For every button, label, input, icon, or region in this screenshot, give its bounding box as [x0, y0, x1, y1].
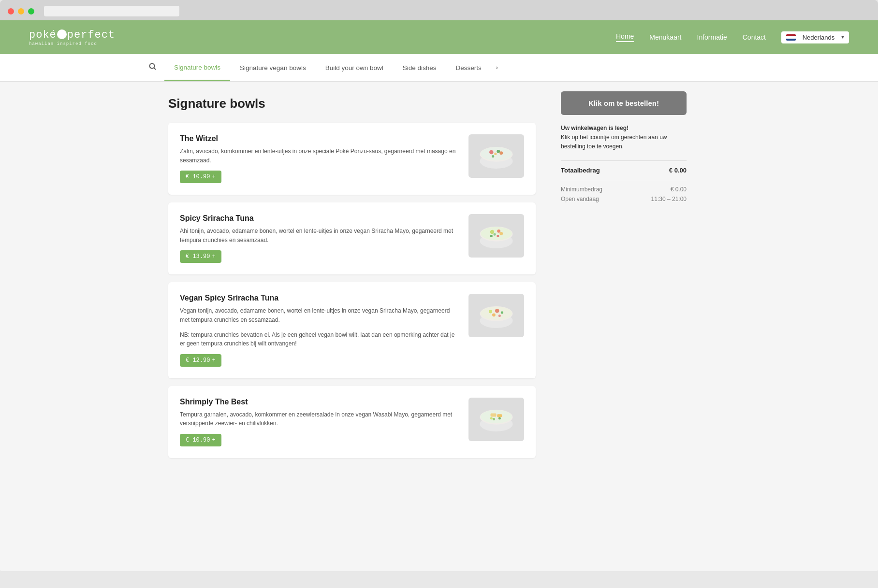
svg-point-6 — [497, 149, 500, 153]
browser-chrome — [0, 0, 878, 20]
dish-image-4 — [468, 398, 524, 441]
flag-nl — [786, 34, 796, 41]
tab-desserts[interactable]: Desserts — [446, 56, 491, 80]
svg-point-8 — [499, 151, 503, 155]
logo-area: poképerfect hawaiian inspired food — [29, 28, 115, 46]
total-value: € 0.00 — [669, 167, 687, 174]
svg-line-1 — [154, 68, 156, 70]
language-label: Nederlands — [803, 34, 835, 41]
minimum-value: € 0.00 — [671, 186, 687, 193]
address-bar[interactable] — [44, 6, 179, 16]
search-icon-wrap[interactable] — [149, 54, 164, 81]
nav-informatie[interactable]: Informatie — [697, 33, 727, 41]
dish-price-2: € 13.90 — [186, 253, 210, 260]
dish-price-4: € 10.90 — [186, 437, 210, 444]
svg-rect-31 — [497, 415, 502, 417]
dish-price-1: € 10.90 — [186, 173, 210, 180]
chevron-down-icon: ▼ — [841, 35, 844, 40]
svg-point-17 — [490, 235, 493, 237]
dish-plus-3: + — [212, 357, 215, 364]
language-selector[interactable]: Nederlands ▼ — [781, 31, 849, 43]
svg-point-14 — [497, 229, 500, 233]
content-wrapper: Signature bowls The Witzel Zalm, avocado… — [149, 82, 729, 480]
dish-desc-1: Zalm, avocado, komkommer en lente-uitjes… — [180, 147, 459, 165]
svg-point-12 — [481, 227, 512, 240]
traffic-light-yellow[interactable] — [18, 8, 24, 14]
dish-price-3: € 12.90 — [186, 357, 210, 364]
dish-name-4: Shrimply The Best — [180, 398, 459, 406]
total-row: Totaalbedrag € 0.00 — [561, 167, 687, 174]
dish-name-2: Spicy Sriracha Tuna — [180, 214, 459, 223]
bowl-illustration-1 — [476, 136, 517, 177]
dish-info-4: Shrimply The Best Tempura garnalen, avoc… — [180, 398, 468, 446]
traffic-light-green[interactable] — [28, 8, 34, 14]
svg-point-18 — [497, 235, 499, 237]
svg-point-21 — [481, 307, 512, 320]
dish-image-2 — [468, 214, 524, 258]
open-row: Open vandaag 11:30 – 21:00 — [561, 196, 687, 202]
dish-card-2: Spicy Sriracha Tuna Ahi tonijn, avocado,… — [168, 202, 536, 274]
tab-signature-vegan-bowls[interactable]: Signature vegan bowls — [230, 56, 316, 80]
nav-home[interactable]: Home — [616, 32, 634, 42]
sidebar: Klik om te bestellen! Uw winkelwagen is … — [561, 82, 687, 480]
svg-rect-30 — [491, 414, 497, 417]
logo-tagline: hawaiian inspired food — [29, 42, 97, 46]
svg-point-24 — [501, 311, 503, 314]
dish-price-btn-4[interactable]: € 10.90 + — [180, 434, 221, 446]
dish-info-1: The Witzel Zalm, avocado, komkommer en l… — [180, 134, 468, 183]
svg-point-22 — [489, 310, 492, 313]
dish-name-1: The Witzel — [180, 134, 459, 143]
section-title: Signature bowls — [168, 96, 536, 111]
dish-desc-4: Tempura garnalen, avocado, komkommer en … — [180, 410, 459, 428]
site-header: poképerfect hawaiian inspired food Home … — [0, 20, 878, 54]
page-wrapper: poképerfect hawaiian inspired food Home … — [0, 20, 878, 571]
svg-point-33 — [498, 417, 501, 420]
total-label: Totaalbedrag — [561, 167, 600, 174]
main-nav: Home Menukaart Informatie Contact Nederl… — [616, 31, 849, 43]
cart-empty-line2: Klik op het icoontje om gerechten aan uw… — [561, 134, 667, 150]
svg-point-32 — [493, 418, 495, 420]
dish-desc-3: Vegan tonijn, avocado, edamame bonen, wo… — [180, 306, 459, 324]
dish-plus-2: + — [212, 253, 215, 260]
tab-side-dishes[interactable]: Side dishes — [393, 56, 446, 80]
menu-tabs-bar: Signature bowls Signature vegan bowls Bu… — [0, 54, 878, 82]
svg-point-5 — [489, 150, 494, 154]
nav-menukaart[interactable]: Menukaart — [649, 33, 681, 41]
order-button[interactable]: Klik om te bestellen! — [561, 91, 687, 115]
svg-point-16 — [499, 232, 503, 235]
dish-image-1 — [468, 134, 524, 178]
logo[interactable]: poképerfect — [29, 28, 115, 41]
svg-point-25 — [492, 313, 496, 316]
svg-point-0 — [150, 64, 155, 69]
logo-text-after: perfect — [67, 29, 115, 41]
logo-circle — [57, 29, 67, 39]
cart-empty-line1: Uw winkelwagen is leeg! — [561, 125, 629, 131]
svg-point-7 — [494, 152, 497, 155]
logo-text-before: poké — [29, 29, 57, 41]
minimum-label: Minimumbedrag — [561, 186, 602, 193]
tab-more-icon[interactable]: › — [491, 56, 503, 80]
nav-contact[interactable]: Contact — [743, 33, 766, 41]
dish-price-btn-3[interactable]: € 12.90 + — [180, 354, 221, 367]
dish-price-btn-2[interactable]: € 13.90 + — [180, 250, 221, 263]
open-label: Open vandaag — [561, 196, 599, 202]
tab-signature-bowls[interactable]: Signature bowls — [164, 55, 230, 81]
search-icon — [149, 63, 157, 71]
svg-point-23 — [495, 309, 499, 313]
dish-info-2: Spicy Sriracha Tuna Ahi tonijn, avocado,… — [180, 214, 468, 263]
menu-tabs: Signature bowls Signature vegan bowls Bu… — [149, 54, 729, 81]
svg-point-26 — [498, 315, 501, 317]
dish-price-btn-1[interactable]: € 10.90 + — [180, 171, 221, 183]
dish-card-1: The Witzel Zalm, avocado, komkommer en l… — [168, 123, 536, 195]
bowl-illustration-4 — [476, 399, 517, 440]
minimum-row: Minimumbedrag € 0.00 — [561, 186, 687, 193]
open-value: 11:30 – 21:00 — [651, 196, 687, 202]
bowl-illustration-2 — [476, 215, 517, 257]
traffic-light-red[interactable] — [8, 8, 14, 14]
dish-name-3: Vegan Spicy Sriracha Tuna — [180, 294, 459, 302]
divider-1 — [561, 160, 687, 161]
tab-build-your-own-bowl[interactable]: Build your own bowl — [316, 56, 393, 80]
dish-note-3: NB: tempura crunchies bevatten ei. Als j… — [180, 330, 459, 348]
dish-desc-2: Ahi tonijn, avocado, edamame bonen, wort… — [180, 227, 459, 244]
svg-point-9 — [492, 155, 494, 157]
